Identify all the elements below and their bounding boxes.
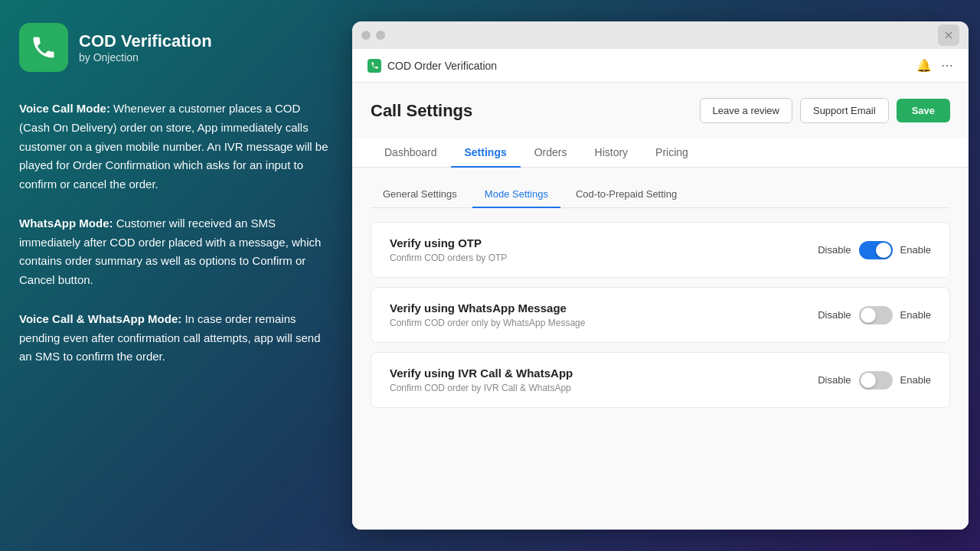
topbar-actions: 🔔 ⋯: [916, 58, 953, 73]
subtab-mode[interactable]: Mode Settings: [472, 181, 560, 208]
desc-whatsapp: WhatsApp Mode: Customer will received an…: [19, 214, 329, 290]
setting-ivr-desc: Confirm COD order by IVR Call & WhatsApp: [390, 383, 573, 393]
tab-history[interactable]: History: [581, 139, 642, 168]
page-title: Call Settings: [371, 101, 472, 121]
toggle-otp-enable-label: Enable: [900, 244, 931, 256]
app-window: COD Order Verification 🔔 ⋯ Call Settings…: [352, 21, 969, 530]
desc-combined: Voice Call & WhatsApp Mode: In case orde…: [19, 310, 329, 367]
header-actions: Leave a review Support Email Save: [700, 98, 950, 123]
app-title-block: COD Verification by Onjection: [79, 31, 212, 64]
window-close-button[interactable]: [938, 24, 959, 46]
setting-verify-otp: Verify using OTP Confirm COD orders by O…: [371, 222, 950, 278]
tab-pricing[interactable]: Pricing: [642, 139, 702, 168]
window-titlebar: [352, 21, 969, 49]
desc-combined-heading: Voice Call & WhatsApp Mode:: [19, 312, 181, 325]
phone-icon: [30, 34, 57, 61]
app-name-label: COD Order Verification: [387, 60, 497, 72]
subtab-general[interactable]: General Settings: [371, 181, 469, 208]
support-email-button[interactable]: Support Email: [800, 98, 889, 123]
setting-ivr-info: Verify using IVR Call & WhatsApp Confirm…: [390, 367, 573, 393]
toggle-whatsapp-group: Disable Enable: [818, 306, 931, 324]
toggle-otp-disable-label: Disable: [818, 244, 851, 256]
settings-list: Verify using OTP Confirm COD orders by O…: [371, 222, 950, 416]
left-panel: COD Verification by Onjection Voice Call…: [0, 0, 352, 551]
toggle-otp-group: Disable Enable: [818, 241, 931, 259]
leave-review-button[interactable]: Leave a review: [700, 98, 792, 123]
main-tabs: Dashboard Settings Orders History Pricin…: [352, 139, 969, 168]
subtab-cod-prepaid[interactable]: Cod-to-Prepaid Setting: [564, 181, 689, 208]
page-header: Call Settings Leave a review Support Ema…: [371, 98, 950, 123]
desc-whatsapp-heading: WhatsApp Mode:: [19, 217, 113, 230]
sub-tabs: General Settings Mode Settings Cod-to-Pr…: [371, 181, 950, 208]
app-header: COD Verification by Onjection: [19, 23, 329, 72]
tab-dashboard[interactable]: Dashboard: [371, 139, 451, 168]
tab-orders[interactable]: Orders: [521, 139, 581, 168]
description-block: Voice Call Mode: Whenever a customer pla…: [19, 99, 329, 367]
toggle-whatsapp-thumb: [861, 308, 876, 323]
more-icon[interactable]: ⋯: [941, 58, 953, 73]
app-icon: [19, 23, 68, 72]
setting-otp-desc: Confirm COD orders by OTP: [390, 253, 507, 263]
desc-voice-call-heading: Voice Call Mode:: [19, 102, 110, 115]
app-topbar: COD Order Verification 🔔 ⋯: [352, 49, 969, 83]
setting-whatsapp-title: Verify using WhatsApp Message: [390, 302, 585, 315]
desc-voice-call: Voice Call Mode: Whenever a customer pla…: [19, 99, 329, 194]
toggle-ivr-disable-label: Disable: [818, 374, 851, 386]
window-body: COD Order Verification 🔔 ⋯ Call Settings…: [352, 49, 969, 530]
setting-verify-ivr: Verify using IVR Call & WhatsApp Confirm…: [371, 352, 950, 408]
setting-whatsapp-info: Verify using WhatsApp Message Confirm CO…: [390, 302, 585, 328]
topbar-phone-icon: [371, 61, 379, 70]
toggle-ivr-thumb: [861, 373, 876, 388]
dot-2: [376, 31, 385, 40]
save-button[interactable]: Save: [897, 99, 950, 122]
desc-voice-call-body: Whenever a customer places a COD (Cash O…: [19, 102, 328, 191]
content-area: Call Settings Leave a review Support Ema…: [352, 83, 969, 530]
toggle-whatsapp-disable-label: Disable: [818, 309, 851, 321]
setting-otp-title: Verify using OTP: [390, 236, 507, 249]
toggle-whatsapp-enable-label: Enable: [900, 309, 931, 321]
setting-verify-whatsapp: Verify using WhatsApp Message Confirm CO…: [371, 287, 950, 343]
toggle-ivr-group: Disable Enable: [818, 371, 931, 390]
window-dots: [361, 31, 385, 40]
app-title: COD Verification: [79, 31, 212, 51]
setting-otp-info: Verify using OTP Confirm COD orders by O…: [390, 236, 507, 263]
app-name-bar: COD Order Verification: [368, 59, 497, 73]
toggle-ivr[interactable]: [859, 371, 893, 390]
toggle-whatsapp[interactable]: [859, 306, 893, 324]
app-subtitle: by Onjection: [79, 51, 212, 64]
setting-whatsapp-desc: Confirm COD order only by WhatsApp Messa…: [390, 318, 585, 328]
close-icon: [945, 31, 952, 39]
toggle-otp[interactable]: [859, 241, 893, 259]
toggle-ivr-enable-label: Enable: [900, 374, 931, 386]
bell-icon[interactable]: 🔔: [916, 58, 932, 73]
setting-ivr-title: Verify using IVR Call & WhatsApp: [390, 367, 573, 380]
toggle-otp-thumb: [876, 243, 891, 258]
tab-settings[interactable]: Settings: [451, 139, 521, 168]
dot-1: [361, 31, 371, 40]
app-name-icon: [368, 59, 381, 73]
